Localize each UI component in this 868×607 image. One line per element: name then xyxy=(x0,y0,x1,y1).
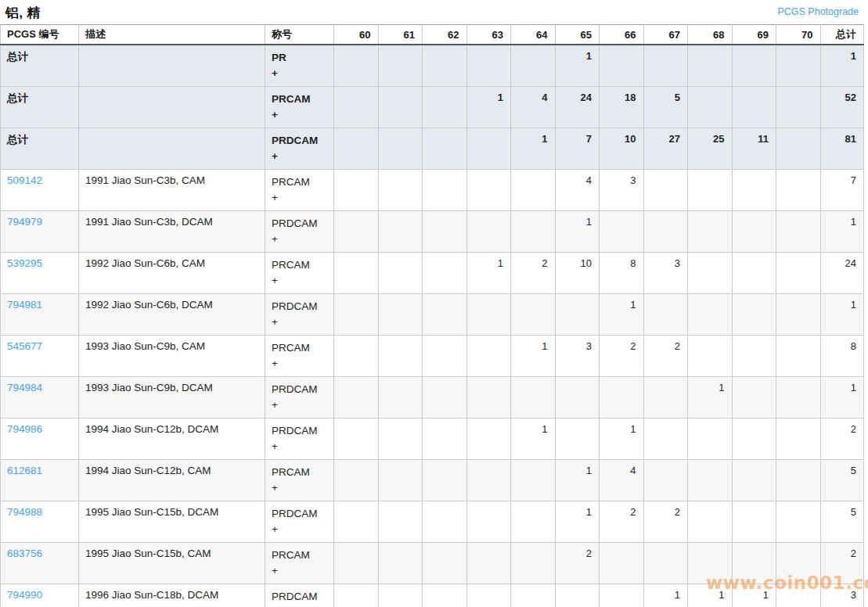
grade-64-count-cell: 1 xyxy=(511,418,556,460)
grade-64-count-cell xyxy=(511,584,556,607)
pcgs-number-cell: 794988 xyxy=(1,501,79,543)
grade-70-count-cell xyxy=(776,336,821,377)
grade-67-count-cell xyxy=(643,45,688,87)
column-header-grade-61: 61 xyxy=(378,25,423,45)
pcgs-number-link[interactable]: 683756 xyxy=(7,548,42,559)
total-count-cell: 52 xyxy=(820,87,864,128)
grade-63-count-cell xyxy=(466,543,511,584)
grade-67-count-cell: 1 xyxy=(643,584,688,607)
grade-64-count-cell xyxy=(511,45,556,87)
grade-69-count-cell xyxy=(732,87,776,128)
table-row: 7949791991 Jiao Sun-C3b, DCAMPRDCAM+11 xyxy=(1,211,864,253)
grade-62-count-cell xyxy=(423,294,467,336)
grade-70-count-cell xyxy=(776,45,821,87)
table-row: 5392951992 Jiao Sun-C6b, CAMPRCAM+121083… xyxy=(1,253,864,294)
grade-61-count-cell xyxy=(378,294,423,336)
pcgs-number-link[interactable]: 794984 xyxy=(7,382,42,393)
grade-67-count-cell: 27 xyxy=(643,128,688,170)
column-header-description: 描述 xyxy=(79,25,265,45)
designation-cell: PRDCAM+ xyxy=(265,377,334,418)
grade-60-count-cell xyxy=(334,584,379,607)
table-row: 7949901996 Jiao Sun-C18b, DCAMPRDCAM+111… xyxy=(1,584,864,607)
grade-61-count-cell xyxy=(378,377,423,418)
pcgs-number-cell: 794984 xyxy=(1,377,79,418)
total-count-cell: 2 xyxy=(820,543,864,584)
grade-69-count-cell xyxy=(732,336,776,377)
grade-68-count-cell xyxy=(688,294,733,336)
designation-cell: PRCAM+ xyxy=(265,253,334,294)
grade-60-count-cell xyxy=(334,377,379,418)
grade-65-count-cell: 7 xyxy=(555,128,600,170)
grade-62-count-cell xyxy=(423,253,467,294)
total-count-cell: 1 xyxy=(820,211,864,253)
grade-69-count-cell xyxy=(732,418,776,460)
pcgs-number-link[interactable]: 612681 xyxy=(7,465,42,476)
summary-row: 总计PRDCAM+171027251181 xyxy=(1,128,864,170)
grade-65-count-cell: 3 xyxy=(555,336,600,377)
grade-63-count-cell: 1 xyxy=(466,253,511,294)
pcgs-number-cell: 612681 xyxy=(1,460,79,501)
designation-cell: PRCAM+ xyxy=(265,336,334,377)
grade-70-count-cell xyxy=(776,418,821,460)
grade-67-count-cell: 2 xyxy=(643,336,688,377)
designation-cell: PRDCAM+ xyxy=(265,294,334,336)
grade-67-count-cell xyxy=(643,543,688,584)
grade-70-count-cell xyxy=(776,87,821,128)
pcgs-number-link[interactable]: 545677 xyxy=(7,340,42,352)
grade-68-count-cell xyxy=(688,336,733,377)
grade-62-count-cell xyxy=(423,501,467,543)
description-cell: 1991 Jiao Sun-C3b, CAM xyxy=(79,170,265,211)
grade-63-count-cell xyxy=(466,45,511,87)
summary-label-cell: 总计 xyxy=(1,87,79,128)
grade-63-count-cell xyxy=(466,211,511,253)
description-cell: 1991 Jiao Sun-C3b, DCAM xyxy=(79,211,265,253)
column-header-grade-65: 65 xyxy=(555,25,600,45)
grade-64-count-cell xyxy=(511,170,556,211)
pcgs-number-link[interactable]: 794988 xyxy=(7,506,42,518)
grade-70-count-cell xyxy=(776,170,821,211)
pcgs-number-link[interactable]: 794979 xyxy=(7,216,42,228)
photograde-link[interactable]: PCGS Photograde xyxy=(777,6,859,17)
grade-62-count-cell xyxy=(423,418,467,460)
page-title: 铝, 精 xyxy=(5,4,41,22)
grade-64-count-cell xyxy=(511,211,556,253)
pcgs-number-link[interactable]: 509142 xyxy=(7,174,42,186)
designation-cell: PRDCAM+ xyxy=(265,501,334,543)
pcgs-number-link[interactable]: 794990 xyxy=(7,589,42,601)
pcgs-number-link[interactable]: 539295 xyxy=(7,257,42,269)
pcgs-number-link[interactable]: 794981 xyxy=(7,299,42,311)
grade-68-count-cell xyxy=(688,87,733,128)
pcgs-number-cell: 683756 xyxy=(1,543,79,584)
grade-70-count-cell xyxy=(776,543,821,584)
table-row: 5456771993 Jiao Sun-C9b, CAMPRCAM+13228 xyxy=(1,336,864,377)
description-cell: 1995 Jiao Sun-C15b, CAM xyxy=(79,543,265,584)
grade-63-count-cell xyxy=(466,418,511,460)
grade-67-count-cell xyxy=(643,211,688,253)
grade-69-count-cell xyxy=(732,170,776,211)
description-cell: 1994 Jiao Sun-C12b, CAM xyxy=(79,460,265,501)
grade-68-count-cell xyxy=(688,501,733,543)
description-cell: 1992 Jiao Sun-C6b, DCAM xyxy=(79,294,265,336)
column-header-grade-66: 66 xyxy=(600,25,644,45)
grade-69-count-cell: 1 xyxy=(732,584,776,607)
summary-row: 总计PR+11 xyxy=(1,45,864,87)
grade-69-count-cell xyxy=(732,211,776,253)
designation-cell: PRCAM+ xyxy=(265,543,334,584)
designation-cell: PRCAM+ xyxy=(265,170,334,211)
grade-62-count-cell xyxy=(423,211,467,253)
table-row: 7949841993 Jiao Sun-C9b, DCAMPRDCAM+11 xyxy=(1,377,864,418)
grade-61-count-cell xyxy=(378,543,423,584)
grade-68-count-cell xyxy=(688,543,733,584)
grade-65-count-cell: 1 xyxy=(555,501,600,543)
total-count-cell: 1 xyxy=(820,45,864,87)
grade-60-count-cell xyxy=(334,170,379,211)
grade-60-count-cell xyxy=(334,543,379,584)
grade-66-count-cell xyxy=(600,543,644,584)
column-header-grade-67: 67 xyxy=(643,25,688,45)
grade-64-count-cell xyxy=(511,501,556,543)
grade-69-count-cell xyxy=(732,501,776,543)
grade-65-count-cell: 2 xyxy=(555,543,600,584)
grade-64-count-cell xyxy=(511,543,556,584)
pcgs-number-cell: 794979 xyxy=(1,211,79,253)
pcgs-number-link[interactable]: 794986 xyxy=(7,423,42,435)
